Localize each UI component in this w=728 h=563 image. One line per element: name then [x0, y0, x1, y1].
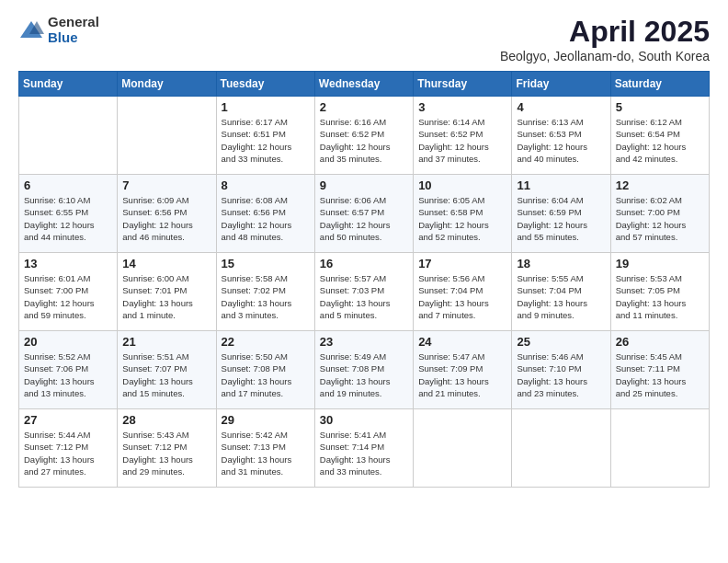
- calendar-cell: 24Sunrise: 5:47 AMSunset: 7:09 PMDayligh…: [414, 331, 512, 409]
- header-day-thursday: Thursday: [414, 72, 512, 97]
- day-number: 5: [616, 100, 704, 114]
- day-number: 10: [418, 178, 506, 192]
- logo-blue-text: Blue: [48, 30, 99, 46]
- day-info: Sunrise: 6:04 AMSunset: 6:59 PMDaylight:…: [517, 194, 605, 243]
- calendar-cell: [118, 97, 216, 175]
- day-info: Sunrise: 5:58 AMSunset: 7:02 PMDaylight:…: [222, 272, 310, 321]
- day-number: 14: [122, 257, 210, 270]
- calendar-body: 1Sunrise: 6:17 AMSunset: 6:51 PMDaylight…: [19, 97, 710, 488]
- calendar-cell: 2Sunrise: 6:16 AMSunset: 6:52 PMDaylight…: [314, 97, 413, 175]
- header-day-tuesday: Tuesday: [216, 72, 314, 97]
- calendar-cell: 14Sunrise: 6:00 AMSunset: 7:01 PMDayligh…: [118, 253, 216, 331]
- header-row: SundayMondayTuesdayWednesdayThursdayFrid…: [19, 72, 710, 97]
- day-number: 12: [616, 178, 704, 192]
- day-info: Sunrise: 5:51 AMSunset: 7:07 PMDaylight:…: [122, 350, 210, 399]
- calendar-cell: 4Sunrise: 6:13 AMSunset: 6:53 PMDaylight…: [512, 97, 610, 175]
- day-number: 19: [616, 257, 704, 270]
- calendar-week-3: 13Sunrise: 6:01 AMSunset: 7:00 PMDayligh…: [19, 253, 710, 331]
- calendar-cell: 18Sunrise: 5:55 AMSunset: 7:04 PMDayligh…: [512, 253, 610, 331]
- calendar-week-4: 20Sunrise: 5:52 AMSunset: 7:06 PMDayligh…: [19, 331, 710, 409]
- day-number: 15: [222, 257, 310, 270]
- calendar-cell: 29Sunrise: 5:42 AMSunset: 7:13 PMDayligh…: [216, 409, 314, 488]
- day-number: 28: [122, 413, 210, 427]
- day-number: 16: [320, 257, 408, 270]
- day-info: Sunrise: 6:16 AMSunset: 6:52 PMDaylight:…: [320, 116, 408, 165]
- calendar-table: SundayMondayTuesdayWednesdayThursdayFrid…: [18, 71, 710, 488]
- day-number: 21: [122, 335, 210, 349]
- day-number: 11: [517, 178, 605, 192]
- calendar-title: April 2025: [500, 15, 710, 49]
- calendar-cell: [19, 97, 118, 175]
- day-number: 2: [320, 100, 408, 114]
- header-day-wednesday: Wednesday: [314, 72, 413, 97]
- day-info: Sunrise: 5:45 AMSunset: 7:11 PMDaylight:…: [616, 350, 704, 399]
- day-info: Sunrise: 6:08 AMSunset: 6:56 PMDaylight:…: [222, 194, 310, 243]
- day-info: Sunrise: 6:13 AMSunset: 6:53 PMDaylight:…: [517, 116, 605, 165]
- day-info: Sunrise: 5:52 AMSunset: 7:06 PMDaylight:…: [24, 350, 112, 399]
- calendar-cell: 28Sunrise: 5:43 AMSunset: 7:12 PMDayligh…: [118, 409, 216, 488]
- day-number: 1: [222, 100, 310, 114]
- day-info: Sunrise: 5:57 AMSunset: 7:03 PMDaylight:…: [320, 272, 408, 321]
- calendar-cell: 5Sunrise: 6:12 AMSunset: 6:54 PMDaylight…: [610, 97, 709, 175]
- day-info: Sunrise: 5:42 AMSunset: 7:13 PMDaylight:…: [222, 429, 310, 477]
- day-info: Sunrise: 6:01 AMSunset: 7:00 PMDaylight:…: [24, 272, 112, 321]
- calendar-cell: 21Sunrise: 5:51 AMSunset: 7:07 PMDayligh…: [118, 331, 216, 409]
- calendar-cell: 19Sunrise: 5:53 AMSunset: 7:05 PMDayligh…: [610, 253, 709, 331]
- calendar-cell: 13Sunrise: 6:01 AMSunset: 7:00 PMDayligh…: [19, 253, 118, 331]
- calendar-cell: 17Sunrise: 5:56 AMSunset: 7:04 PMDayligh…: [414, 253, 512, 331]
- page-header: General Blue April 2025 Beolgyo, Jeollan…: [18, 15, 710, 63]
- calendar-cell: 23Sunrise: 5:49 AMSunset: 7:08 PMDayligh…: [314, 331, 413, 409]
- day-info: Sunrise: 5:53 AMSunset: 7:05 PMDaylight:…: [616, 272, 704, 321]
- calendar-week-1: 1Sunrise: 6:17 AMSunset: 6:51 PMDaylight…: [19, 97, 710, 175]
- header-day-friday: Friday: [512, 72, 610, 97]
- calendar-week-2: 6Sunrise: 6:10 AMSunset: 6:55 PMDaylight…: [19, 175, 710, 253]
- calendar-cell: 25Sunrise: 5:46 AMSunset: 7:10 PMDayligh…: [512, 331, 610, 409]
- logo-general-text: General: [48, 15, 99, 30]
- calendar-cell: [512, 409, 610, 488]
- day-number: 27: [24, 413, 112, 427]
- day-number: 30: [320, 413, 408, 427]
- day-info: Sunrise: 5:46 AMSunset: 7:10 PMDaylight:…: [517, 350, 605, 399]
- day-number: 23: [320, 335, 408, 349]
- header-day-sunday: Sunday: [19, 72, 118, 97]
- day-info: Sunrise: 6:17 AMSunset: 6:51 PMDaylight:…: [222, 116, 310, 165]
- day-info: Sunrise: 5:55 AMSunset: 7:04 PMDaylight:…: [517, 272, 605, 321]
- calendar-cell: 22Sunrise: 5:50 AMSunset: 7:08 PMDayligh…: [216, 331, 314, 409]
- calendar-cell: 10Sunrise: 6:05 AMSunset: 6:58 PMDayligh…: [414, 175, 512, 253]
- calendar-cell: 6Sunrise: 6:10 AMSunset: 6:55 PMDaylight…: [19, 175, 118, 253]
- header-day-saturday: Saturday: [610, 72, 709, 97]
- calendar-cell: 16Sunrise: 5:57 AMSunset: 7:03 PMDayligh…: [314, 253, 413, 331]
- calendar-cell: 11Sunrise: 6:04 AMSunset: 6:59 PMDayligh…: [512, 175, 610, 253]
- header-day-monday: Monday: [118, 72, 216, 97]
- day-info: Sunrise: 6:06 AMSunset: 6:57 PMDaylight:…: [320, 194, 408, 243]
- calendar-cell: 9Sunrise: 6:06 AMSunset: 6:57 PMDaylight…: [314, 175, 413, 253]
- day-info: Sunrise: 5:47 AMSunset: 7:09 PMDaylight:…: [418, 350, 506, 399]
- logo-icon: [18, 17, 44, 43]
- calendar-cell: 30Sunrise: 5:41 AMSunset: 7:14 PMDayligh…: [314, 409, 413, 488]
- calendar-cell: 26Sunrise: 5:45 AMSunset: 7:11 PMDayligh…: [610, 331, 709, 409]
- calendar-subtitle: Beolgyo, Jeollanam-do, South Korea: [500, 49, 710, 63]
- calendar-cell: 7Sunrise: 6:09 AMSunset: 6:56 PMDaylight…: [118, 175, 216, 253]
- title-block: April 2025 Beolgyo, Jeollanam-do, South …: [500, 15, 710, 63]
- day-info: Sunrise: 5:43 AMSunset: 7:12 PMDaylight:…: [122, 429, 210, 477]
- calendar-cell: [414, 409, 512, 488]
- day-info: Sunrise: 6:14 AMSunset: 6:52 PMDaylight:…: [418, 116, 506, 165]
- day-info: Sunrise: 6:05 AMSunset: 6:58 PMDaylight:…: [418, 194, 506, 243]
- day-info: Sunrise: 5:44 AMSunset: 7:12 PMDaylight:…: [24, 429, 112, 477]
- day-info: Sunrise: 5:50 AMSunset: 7:08 PMDaylight:…: [222, 350, 310, 399]
- day-number: 9: [320, 178, 408, 192]
- day-number: 13: [24, 257, 112, 270]
- calendar-cell: 20Sunrise: 5:52 AMSunset: 7:06 PMDayligh…: [19, 331, 118, 409]
- day-info: Sunrise: 5:56 AMSunset: 7:04 PMDaylight:…: [418, 272, 506, 321]
- day-info: Sunrise: 6:09 AMSunset: 6:56 PMDaylight:…: [122, 194, 210, 243]
- logo-text: General Blue: [48, 15, 99, 45]
- calendar-header: SundayMondayTuesdayWednesdayThursdayFrid…: [19, 72, 710, 97]
- calendar-cell: 12Sunrise: 6:02 AMSunset: 7:00 PMDayligh…: [610, 175, 709, 253]
- day-number: 8: [222, 178, 310, 192]
- day-info: Sunrise: 5:41 AMSunset: 7:14 PMDaylight:…: [320, 429, 408, 477]
- day-number: 4: [517, 100, 605, 114]
- day-number: 24: [418, 335, 506, 349]
- day-number: 29: [222, 413, 310, 427]
- day-number: 6: [24, 178, 112, 192]
- day-number: 7: [122, 178, 210, 192]
